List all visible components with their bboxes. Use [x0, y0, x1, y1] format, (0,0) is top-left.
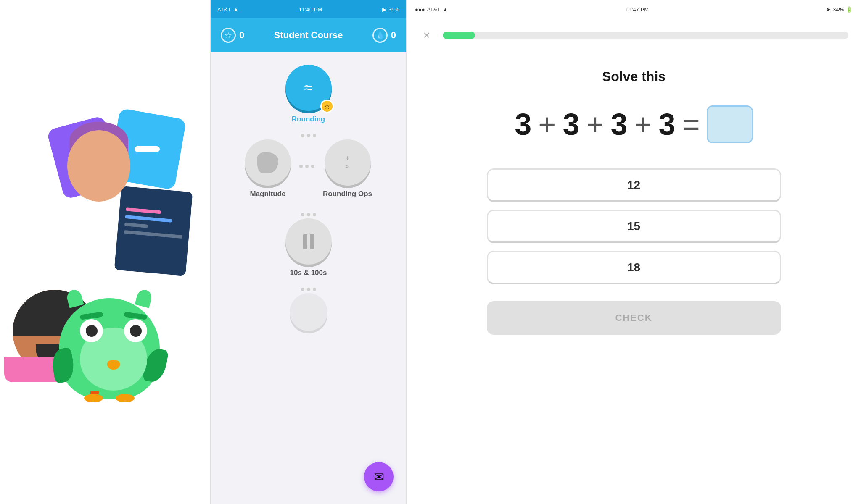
owl-eyebrow-right [124, 312, 147, 320]
answer-18[interactable]: 18 [487, 251, 781, 284]
answer-15-label: 15 [627, 220, 640, 233]
solve-panel: ●●● AT&T ▲ 11:47 PM ➤ 34% 🔋 × Solve this… [407, 0, 861, 504]
notebook-line [124, 230, 182, 239]
eq-plus-2: + [586, 107, 604, 142]
solve-wifi-icon: ▲ [443, 6, 448, 13]
answer-15[interactable]: 15 [487, 210, 781, 243]
dot [305, 165, 309, 168]
signal-icon: ▶ [382, 6, 386, 13]
status-left: AT&T ▲ [217, 6, 239, 13]
course-content: ≈ ☆ Rounding Magnitude [211, 52, 406, 504]
notebook-card [114, 186, 193, 276]
magnitude-blob-icon [257, 152, 278, 173]
drops-section: 💧 0 [372, 28, 396, 43]
close-button[interactable]: × [419, 28, 434, 43]
answer-options: 12 15 18 [487, 168, 781, 284]
time-label: 11:40 PM [299, 6, 322, 13]
owl-foot-right [116, 394, 135, 402]
eq-num-1: 3 [515, 107, 531, 142]
owl-pupil-right [130, 325, 142, 337]
owl-character [55, 281, 164, 399]
pause-bar-left [303, 234, 307, 249]
lesson-magnitude[interactable]: Magnitude [245, 139, 291, 198]
owl-face [80, 319, 147, 370]
dot [301, 213, 304, 216]
course-panel: AT&T ▲ 11:40 PM ▶ 35% ☆ 0 Student Course… [210, 0, 407, 504]
magnitude-circle[interactable] [245, 139, 291, 186]
lesson-rounding[interactable]: ≈ ☆ Rounding [285, 65, 332, 123]
solve-battery-label: 34% [833, 6, 844, 13]
rounding-label: Rounding [292, 115, 325, 123]
course-status-bar: AT&T ▲ 11:40 PM ▶ 35% [211, 0, 406, 18]
owl-ear-right [135, 288, 153, 308]
status-right: ▶ 35% [382, 6, 399, 13]
stars-count: 0 [239, 30, 244, 41]
plus-tilde-icon: + ≈ [345, 155, 350, 171]
lesson-extra[interactable] [290, 293, 327, 331]
drop-icon: 💧 [372, 28, 388, 43]
progress-bar-container [443, 32, 848, 39]
owl-beak [107, 360, 120, 370]
lesson-rounding-ops[interactable]: + ≈ Rounding Ops [323, 139, 372, 198]
course-header: ☆ 0 Student Course 💧 0 [211, 18, 406, 52]
notebook-line [126, 207, 161, 214]
battery-label: 35% [388, 6, 399, 13]
stars-section: ☆ 0 [221, 28, 244, 43]
notebook-lines [117, 199, 192, 247]
solve-content: Solve this 3 + 3 + 3 + 3 = 12 15 18 [407, 52, 861, 352]
girl-face [67, 130, 130, 202]
path-dots-h [299, 165, 314, 168]
solve-title: Solve this [602, 69, 666, 84]
solve-header: × [407, 18, 861, 52]
progress-bar-fill [443, 32, 475, 39]
magnitude-label: Magnitude [250, 190, 285, 198]
owl-pupil-left [86, 325, 98, 337]
answer-12[interactable]: 12 [487, 168, 781, 202]
dot [307, 134, 310, 137]
answer-18-label: 18 [627, 261, 640, 274]
equation: 3 + 3 + 3 + 3 = [515, 105, 753, 143]
characters-group [4, 105, 206, 399]
rounding-ops-circle[interactable]: + ≈ [325, 139, 371, 186]
answer-12-label: 12 [627, 178, 640, 192]
course-path: ≈ ☆ Rounding Magnitude [219, 65, 398, 339]
owl-eye-left [80, 319, 103, 342]
splash-panel [0, 0, 210, 504]
lesson-10s100s[interactable]: 10s & 100s [285, 218, 332, 277]
rounding-circle[interactable]: ≈ ☆ [285, 65, 332, 111]
check-button[interactable]: CHECK [487, 301, 781, 335]
mail-fab[interactable]: ✉ [364, 462, 394, 491]
drops-count: 0 [391, 30, 396, 41]
mail-icon: ✉ [374, 470, 384, 484]
path-dots-3 [301, 288, 316, 291]
solve-carrier-label: AT&T [427, 6, 441, 13]
notebook-line [125, 215, 172, 223]
eq-equals: = [682, 107, 700, 142]
row-connector [299, 163, 314, 170]
plus-sign: + [345, 155, 350, 162]
owl-eye-right [124, 319, 147, 342]
10s100s-label: 10s & 100s [290, 269, 327, 277]
pause-bar-right [310, 234, 314, 249]
extra-circle[interactable] [290, 293, 327, 331]
eq-plus-1: + [538, 107, 556, 142]
dot [301, 134, 304, 137]
solve-status-left: ●●● AT&T ▲ [415, 6, 448, 13]
dot [313, 288, 316, 291]
eq-num-4: 3 [659, 107, 676, 142]
course-title: Student Course [274, 30, 343, 41]
solve-status-right: ➤ 34% 🔋 [826, 6, 853, 13]
10s100s-circle[interactable] [285, 218, 332, 265]
eq-num-3: 3 [611, 107, 628, 142]
path-dots-1 [301, 134, 316, 137]
carrier-label: AT&T [217, 6, 231, 13]
card-line [135, 146, 160, 152]
course-row-1: Magnitude + ≈ [219, 139, 398, 207]
path-dots-2 [301, 213, 316, 216]
dot [307, 213, 310, 216]
check-label: CHECK [615, 312, 652, 323]
star-badge: ☆ [320, 100, 334, 113]
solve-time-label: 11:47 PM [626, 6, 649, 13]
owl-eyebrow-left [79, 312, 103, 320]
eq-plus-3: + [634, 107, 652, 142]
